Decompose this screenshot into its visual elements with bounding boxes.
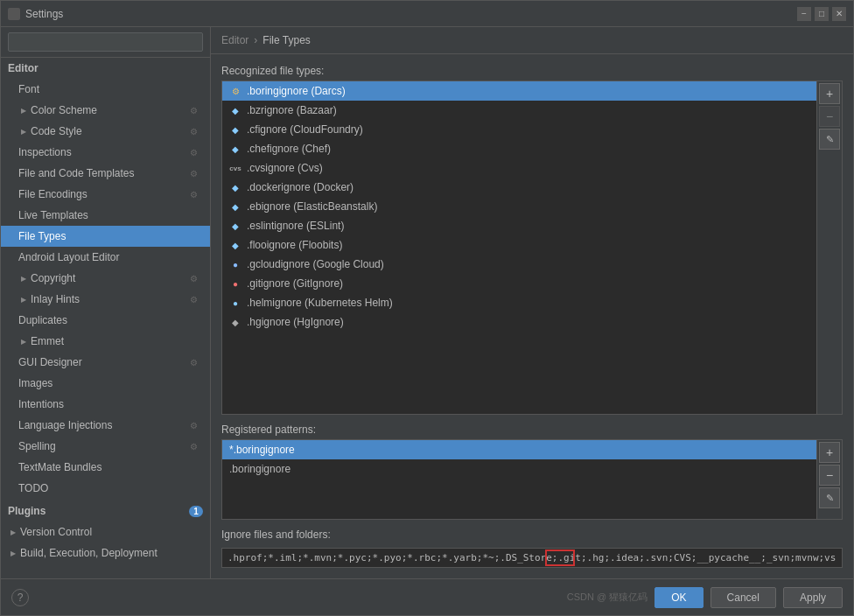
- list-item[interactable]: ◆ .ebignore (ElasticBeanstalk): [222, 197, 816, 216]
- help-button[interactable]: ?: [11, 589, 29, 606]
- list-item[interactable]: .boringignore: [222, 459, 816, 479]
- arrow-icon: ▶: [18, 294, 29, 304]
- list-item[interactable]: ● .gcloudignore (Google Cloud): [222, 255, 816, 274]
- settings-icon: ⚙: [187, 272, 200, 284]
- sidebar-item-inspections[interactable]: Inspections ⚙: [1, 142, 210, 163]
- cancel-button[interactable]: Cancel: [710, 587, 776, 608]
- apply-button[interactable]: Apply: [783, 587, 843, 608]
- search-box: [1, 27, 210, 58]
- remove-pattern-button[interactable]: −: [819, 465, 840, 486]
- recognized-list[interactable]: ⚙ .boringignore (Darcs) ◆ .bzrignore (Ba…: [221, 80, 817, 415]
- watermark: CSDN @ 猩猿亿码: [567, 591, 648, 604]
- list-item[interactable]: *.boringignore: [222, 440, 816, 459]
- settings-icon: ⚙: [187, 146, 200, 158]
- sidebar-section-editor: Editor: [1, 58, 210, 79]
- sidebar-item-inlay-hints[interactable]: ▶ Inlay Hints ⚙: [1, 289, 210, 310]
- sidebar-item-duplicates[interactable]: Duplicates: [1, 310, 210, 331]
- window-title: Settings: [25, 8, 63, 20]
- app-icon: [8, 8, 20, 20]
- edit-pattern-button[interactable]: ✎: [819, 487, 840, 508]
- recognized-row: ⚙ .boringignore (Darcs) ◆ .bzrignore (Ba…: [221, 80, 843, 415]
- sidebar-item-images[interactable]: Images: [1, 373, 210, 394]
- arrow-icon: ▶: [18, 126, 29, 136]
- settings-icon: ⚙: [187, 440, 200, 452]
- right-panel: Editor › File Types Recognized file type…: [211, 27, 853, 578]
- list-item[interactable]: cvs .cvsignore (Cvs): [222, 158, 816, 178]
- sidebar-item-emmet[interactable]: ▶ Emmet: [1, 331, 210, 352]
- recognized-label: Recognized file types:: [221, 65, 843, 77]
- add-file-type-button[interactable]: +: [819, 83, 840, 104]
- settings-icon: ⚙: [187, 293, 200, 305]
- sidebar-item-android-layout-editor[interactable]: Android Layout Editor: [1, 247, 210, 268]
- ignore-label: Ignore files and folders:: [221, 528, 843, 541]
- sidebar-item-gui-designer[interactable]: GUI Designer ⚙: [1, 352, 210, 373]
- sidebar-item-language-injections[interactable]: Language Injections ⚙: [1, 415, 210, 436]
- recognized-section: Recognized file types: ⚙ .boringignore (…: [221, 65, 843, 415]
- settings-window: Settings − □ ✕ Editor Font: [0, 0, 854, 616]
- list-item[interactable]: ● .gitignore (GitIgnore): [222, 274, 816, 293]
- ok-button[interactable]: OK: [654, 587, 703, 608]
- sidebar-item-textmate-bundles[interactable]: TextMate Bundles: [1, 457, 210, 478]
- file-type-icon: ●: [229, 258, 242, 270]
- sidebar-item-todo[interactable]: TODO: [1, 478, 210, 499]
- arrow-icon: ▶: [18, 273, 29, 284]
- breadcrumb-separator: ›: [254, 34, 257, 46]
- file-type-icon: ⚙: [229, 85, 242, 97]
- file-type-icon: ●: [229, 297, 242, 309]
- file-type-icon: ◆: [229, 181, 242, 193]
- sidebar-item-build-execution[interactable]: ▶ Build, Execution, Deployment: [1, 542, 210, 564]
- sidebar-item-intentions[interactable]: Intentions: [1, 394, 210, 415]
- list-item[interactable]: ◆ .flooignore (Floobits): [222, 235, 816, 255]
- sidebar-item-file-types[interactable]: File Types: [1, 226, 210, 247]
- recognized-side-buttons: + − ✎: [817, 80, 843, 415]
- window-controls: − □ ✕: [797, 7, 846, 21]
- file-type-icon: ◆: [229, 123, 242, 136]
- add-pattern-button[interactable]: +: [819, 442, 840, 463]
- list-item[interactable]: ◆ .cfignore (CloudFoundry): [222, 120, 816, 139]
- ignore-input[interactable]: [221, 548, 843, 568]
- list-item[interactable]: ◆ .hgignore (HgIgnore): [222, 312, 816, 332]
- footer: ? CSDN @ 猩猿亿码 OK Cancel Apply: [1, 578, 853, 615]
- file-type-icon: ◆: [229, 143, 242, 155]
- file-type-icon: ◆: [229, 220, 242, 232]
- patterns-side-buttons: + − ✎: [817, 439, 843, 520]
- settings-icon: ⚙: [187, 188, 200, 200]
- maximize-button[interactable]: □: [815, 7, 829, 21]
- sidebar-item-spelling[interactable]: Spelling ⚙: [1, 436, 210, 457]
- arrow-icon: ▶: [8, 527, 18, 537]
- file-type-icon: ◆: [229, 104, 242, 116]
- settings-icon: ⚙: [187, 125, 200, 137]
- plugins-badge: 1: [189, 506, 203, 517]
- settings-icon: ⚙: [187, 419, 200, 431]
- sidebar-item-version-control[interactable]: ▶ Version Control: [1, 522, 210, 542]
- arrow-icon: ▶: [18, 105, 29, 116]
- sidebar-tree: Editor Font ▶ Color Scheme ⚙ ▶ Code Styl…: [1, 58, 210, 578]
- list-item[interactable]: ◆ .eslintignore (ESLint): [222, 216, 816, 235]
- search-input[interactable]: [8, 32, 203, 52]
- file-type-icon: ◆: [229, 200, 242, 213]
- sidebar-item-code-style[interactable]: ▶ Code Style ⚙: [1, 121, 210, 142]
- close-button[interactable]: ✕: [832, 7, 846, 21]
- list-item[interactable]: ◆ .chefignore (Chef): [222, 139, 816, 158]
- sidebar-item-font[interactable]: Font: [1, 79, 210, 100]
- main-content: Editor Font ▶ Color Scheme ⚙ ▶ Code Styl…: [1, 27, 853, 578]
- sidebar: Editor Font ▶ Color Scheme ⚙ ▶ Code Styl…: [1, 27, 211, 578]
- list-item[interactable]: ● .helmignore (Kubernetes Helm): [222, 293, 816, 312]
- sidebar-item-live-templates[interactable]: Live Templates: [1, 205, 210, 226]
- sidebar-item-file-encodings[interactable]: File Encodings ⚙: [1, 184, 210, 205]
- file-type-icon: ◆: [229, 239, 242, 251]
- minimize-button[interactable]: −: [797, 7, 811, 21]
- ignore-section: Ignore files and folders:: [221, 528, 843, 568]
- remove-file-type-button[interactable]: −: [819, 106, 840, 127]
- patterns-list[interactable]: *.boringignore .boringignore: [221, 439, 817, 520]
- sidebar-item-copyright[interactable]: ▶ Copyright ⚙: [1, 268, 210, 289]
- list-item[interactable]: ◆ .bzrignore (Bazaar): [222, 101, 816, 120]
- list-item[interactable]: ◆ .dockerignore (Docker): [222, 178, 816, 197]
- ignore-input-wrap: [221, 548, 843, 568]
- sidebar-item-color-scheme[interactable]: ▶ Color Scheme ⚙: [1, 100, 210, 121]
- footer-right: CSDN @ 猩猿亿码 OK Cancel Apply: [567, 587, 843, 608]
- file-type-icon: cvs: [229, 162, 242, 174]
- edit-file-type-button[interactable]: ✎: [819, 129, 840, 150]
- list-item[interactable]: ⚙ .boringignore (Darcs): [222, 81, 816, 101]
- sidebar-item-file-and-code-templates[interactable]: File and Code Templates ⚙: [1, 163, 210, 184]
